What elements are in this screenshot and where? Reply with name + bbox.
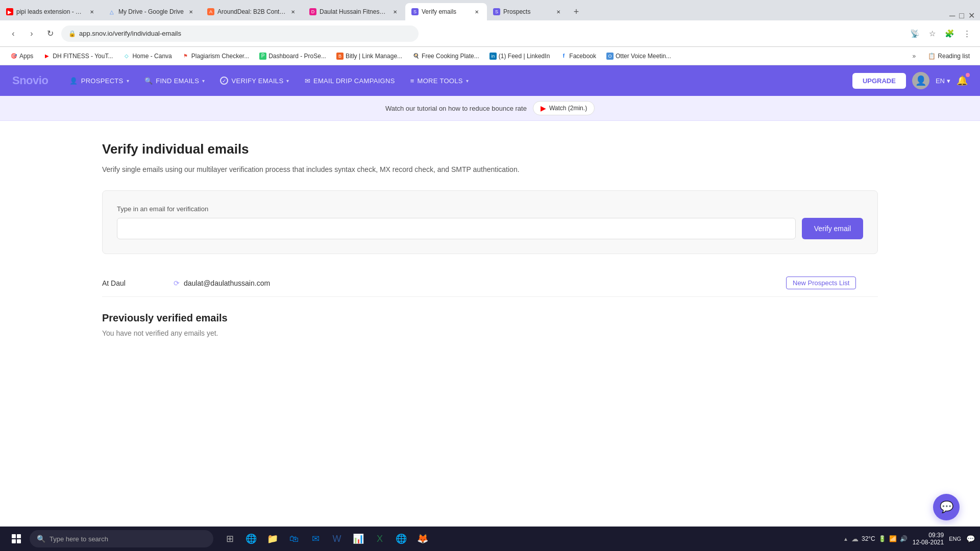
chat-fab-button[interactable]: 💬 [933, 494, 960, 520]
maximize-button[interactable]: □ [959, 11, 964, 20]
bookmark-bitly[interactable]: B Bitly | Link Manage... [332, 51, 406, 61]
taskbar-chevron-icon[interactable]: ▲ [843, 536, 848, 542]
watch-label: Watch (2min.) [549, 105, 587, 112]
nav-item-email-drip[interactable]: ✉ EMAIL DRIP CAMPAIGNS [299, 73, 401, 89]
back-button[interactable]: ‹ [6, 27, 20, 41]
taskbar-battery-icon[interactable]: 🔋 [878, 535, 886, 542]
taskbar-firefox-icon[interactable]: 🦊 [413, 530, 432, 548]
reading-list-bookmark[interactable]: 📋 Reading list [924, 51, 974, 61]
new-tab-button[interactable]: + [569, 3, 584, 20]
reading-list-label: Reading list [938, 53, 970, 60]
new-prospects-list-button[interactable]: New Prospects List [786, 277, 856, 289]
tab-close-gdrive[interactable]: ✕ [187, 8, 195, 16]
tab-favicon-snov: S [411, 8, 419, 15]
minimize-button[interactable]: ─ [949, 11, 955, 20]
bookmark-prose[interactable]: P Dashboard - ProSe... [255, 51, 330, 61]
taskbar-mail-icon[interactable]: ✉ [306, 530, 325, 548]
tab-favicon-prospects: S [493, 8, 500, 15]
tab-snov-verify[interactable]: S Verify emails ✕ [405, 3, 487, 20]
bitly-favicon: B [336, 53, 344, 60]
bookmark-dh-fitness[interactable]: ▶ DH FITNESS - YouT... [39, 51, 117, 61]
reading-list-icon: 📋 [928, 53, 936, 60]
verify-email-button[interactable]: Verify email [802, 218, 863, 239]
linkedin-favicon: in [489, 53, 497, 60]
url-text: app.snov.io/verify/individual-emails [79, 30, 181, 37]
upgrade-button[interactable]: UPGRADE [852, 73, 906, 89]
bookmarks-bar: 🎯 Apps ▶ DH FITNESS - YouT... ◇ Home - C… [0, 47, 980, 65]
tab-around[interactable]: A AroundDeal: B2B Contact &... ✕ [201, 3, 303, 20]
taskbar-sheets-icon[interactable]: 📊 [349, 530, 368, 548]
bookmark-linkedin[interactable]: in (1) Feed | LinkedIn [485, 51, 554, 61]
forward-button[interactable]: › [24, 27, 39, 41]
more-tools-chevron-icon: ▾ [466, 78, 469, 84]
taskbar-task-view-icon[interactable]: ⊞ [220, 530, 239, 548]
email-verification-input[interactable] [117, 218, 796, 239]
otter-favicon: O [606, 53, 614, 60]
verify-emails-chevron-icon: ▾ [286, 78, 289, 84]
bookmark-prose-label: Dashboard - ProSe... [268, 53, 326, 60]
snov-navbar: Snovio 👤 PROSPECTS ▾ 🔍 FIND EMAILS ▾ ✓ V… [0, 65, 980, 96]
main-content: Verify individual emails Verify single e… [0, 121, 980, 551]
tab-close-prospects[interactable]: ✕ [554, 8, 562, 16]
address-bar: ‹ › ↻ 🔒 app.snov.io/verify/individual-em… [0, 20, 980, 47]
bookmark-otter[interactable]: O Otter Voice Meetin... [602, 51, 675, 61]
tutorial-text: Watch our tutorial on how to reduce boun… [385, 105, 527, 112]
tab-close-daulat[interactable]: ✕ [391, 8, 399, 16]
taskbar-word-icon[interactable]: W [328, 530, 346, 548]
reload-button[interactable]: ↻ [43, 27, 57, 41]
taskbar-temp-value: 32°C [862, 535, 875, 542]
nav-item-find-emails[interactable]: 🔍 FIND EMAILS ▾ [138, 73, 211, 89]
bookmark-plagiarism[interactable]: ⚑ Plagiarism Checker... [178, 51, 253, 61]
tab-close-yt[interactable]: ✕ [88, 8, 96, 16]
user-avatar[interactable]: 👤 [912, 72, 929, 89]
taskbar-cloud-icon[interactable]: ☁ [851, 535, 859, 543]
browser-menu-icon[interactable]: ⋮ [960, 27, 974, 41]
extension-icon[interactable]: 🧩 [942, 27, 957, 41]
taskbar-network-icon[interactable]: 📶 [889, 535, 897, 542]
taskbar: 🔍 Type here to search ⊞ 🌐 📁 🛍 ✉ W 📊 X 🌐 … [0, 527, 980, 551]
bookmark-canva[interactable]: ◇ Home - Canva [119, 51, 176, 61]
tab-daulat[interactable]: D Daulat Hussain Fitness Cum... ✕ [303, 3, 405, 20]
taskbar-search-bar[interactable]: 🔍 Type here to search [30, 530, 213, 547]
tab-pipi-leads[interactable]: ▶ pipi leads extension - YouTu... ✕ [0, 3, 102, 20]
tab-favicon-gdrive: △ [108, 8, 115, 15]
cast-icon[interactable]: 📡 [908, 27, 922, 41]
language-selector[interactable]: EN ▾ [936, 77, 950, 85]
tab-favicon-yt: ▶ [6, 8, 13, 15]
results-table: At Daul ⟳ daulat@daulathussain.com New P… [102, 269, 878, 297]
nav-item-prospects[interactable]: 👤 PROSPECTS ▾ [63, 73, 135, 89]
taskbar-excel-icon[interactable]: X [371, 530, 389, 548]
taskbar-edge-icon[interactable]: 🌐 [242, 530, 260, 548]
taskbar-notification-icon[interactable]: 💬 [966, 535, 975, 543]
app-content: Snovio 👤 PROSPECTS ▾ 🔍 FIND EMAILS ▾ ✓ V… [0, 65, 980, 551]
taskbar-system-icons: ▲ ☁ 32°C 🔋 📶 🔊 [843, 535, 908, 543]
start-button[interactable] [5, 528, 28, 550]
bookmark-facebook-label: Facebook [569, 53, 596, 60]
bookmark-apps[interactable]: 🎯 Apps [6, 51, 37, 61]
notification-bell-icon[interactable]: 🔔 [957, 76, 968, 86]
taskbar-chrome-icon[interactable]: 🌐 [392, 530, 410, 548]
bookmark-star-icon[interactable]: ☆ [925, 27, 939, 41]
taskbar-clock[interactable]: 09:39 12-08-2021 [913, 532, 944, 546]
nav-item-verify-emails[interactable]: ✓ VERIFY EMAILS ▾ [214, 72, 295, 89]
bookmark-facebook[interactable]: f Facebook [556, 51, 600, 61]
bookmarks-more-button[interactable]: » [909, 51, 920, 61]
tab-prospects[interactable]: S Prospects ✕ [487, 3, 569, 20]
verify-input-row: Verify email [117, 218, 863, 239]
tab-close-around[interactable]: ✕ [289, 8, 297, 16]
url-bar[interactable]: 🔒 app.snov.io/verify/individual-emails [61, 26, 419, 42]
taskbar-volume-icon[interactable]: 🔊 [900, 535, 908, 542]
snov-logo[interactable]: Snovio [12, 74, 48, 87]
tab-gdrive[interactable]: △ My Drive - Google Drive ✕ [102, 3, 201, 20]
taskbar-file-explorer-icon[interactable]: 📁 [263, 530, 282, 548]
close-button[interactable]: ✕ [968, 11, 975, 20]
nav-item-more-tools[interactable]: ≡ MORE TOOLS ▾ [404, 73, 475, 89]
bookmark-cooking[interactable]: 🍳 Free Cooking Plate... [408, 51, 483, 61]
watch-tutorial-button[interactable]: ▶ Watch (2min.) [533, 101, 595, 115]
taskbar-time: 09:39 [913, 532, 944, 539]
tab-bar: ▶ pipi leads extension - YouTu... ✕ △ My… [0, 0, 980, 20]
tab-title-yt: pipi leads extension - YouTu... [16, 8, 85, 15]
tab-close-snov[interactable]: ✕ [473, 8, 481, 16]
tab-title-daulat: Daulat Hussain Fitness Cum... [320, 8, 388, 15]
taskbar-store-icon[interactable]: 🛍 [285, 530, 303, 548]
